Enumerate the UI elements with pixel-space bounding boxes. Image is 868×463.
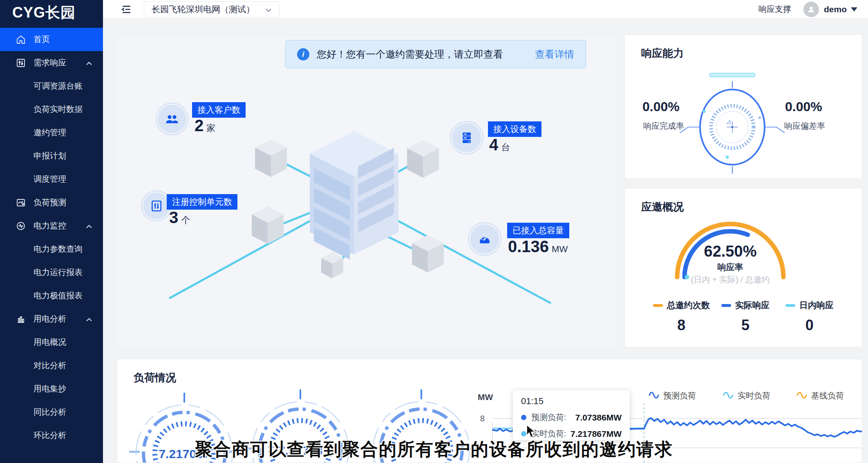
devices-icon: [452, 123, 481, 152]
legend-value: 0: [805, 317, 814, 334]
radar-gauge: [678, 71, 786, 180]
card-title: 负荷情况: [134, 371, 176, 385]
sidebar: CYG长园 首页 需求响应 可调资源台账 负荷实时数据 邀约管理 申报计划 调度…: [0, 0, 103, 463]
legend-realtime-label: 实时负荷: [738, 391, 770, 400]
sidebar-item-yoy-analysis[interactable]: 同比分析: [0, 400, 103, 424]
tooltip-value: 7.217867MW: [570, 429, 622, 439]
response-rate-formula: (日内 + 实际) / 总邀约: [691, 275, 770, 284]
collapse-menu-icon[interactable]: [121, 4, 132, 15]
sidebar-item-home[interactable]: 首页: [0, 28, 103, 51]
sliders-icon: [16, 58, 26, 68]
control-unit-icon: [143, 192, 170, 219]
dashboard-root: CYG长园 首页 需求响应 可调资源台账 负荷实时数据 邀约管理 申报计划 调度…: [0, 0, 868, 463]
response-rate-label: 响应率: [718, 262, 743, 272]
sidebar-item-power-parameter-query[interactable]: 电力参数查询: [0, 237, 103, 261]
entity-name: 长园飞轮深圳电网（测试）: [152, 4, 255, 15]
sidebar-item-label: 负荷预测: [34, 197, 66, 208]
sidebar-item-label: 申报计划: [34, 150, 66, 161]
response-support-link[interactable]: 响应支撑: [758, 4, 791, 15]
sidebar-item-adjustable-resources[interactable]: 可调资源台账: [0, 74, 103, 98]
completion-rate-value: 0.00%: [642, 99, 680, 114]
deviation-rate-value: 0.00%: [785, 99, 822, 114]
customers-icon: [158, 105, 186, 133]
sidebar-item-meter-reading[interactable]: 用电集抄: [0, 377, 103, 400]
forecast-chart-icon: [16, 197, 26, 208]
sidebar-item-label: 需求响应: [34, 57, 66, 68]
sidebar-item-label: 用电集抄: [34, 383, 66, 394]
chevron-up-icon: [86, 314, 92, 324]
bar-chart-icon: [16, 314, 26, 324]
stat-value: 2: [195, 116, 204, 134]
stat-label-chip: 注册控制单元数: [167, 194, 237, 210]
user-menu-caret-icon[interactable]: [851, 7, 857, 11]
sidebar-item-label: 首页: [34, 34, 50, 45]
sidebar-item-label: 调度管理: [34, 174, 66, 185]
invitation-overview-card: 应邀概况 62.50% 响应率 (日内 + 实际) / 总邀约 总邀约次数 8 …: [624, 188, 862, 347]
pulse-monitor-icon: [16, 221, 26, 231]
stat-value: 0.136: [508, 237, 549, 255]
legend-swatch-orange: [653, 304, 663, 307]
tooltip-label: 预测负荷:: [531, 412, 566, 423]
username[interactable]: demo: [824, 4, 847, 14]
sidebar-item-dispatch-management[interactable]: 调度管理: [0, 168, 103, 191]
video-subtitle: 聚合商可以查看到聚合的所有客户的设备所收到的邀约请求: [0, 438, 868, 461]
sidebar-item-power-extreme-report[interactable]: 电力极值报表: [0, 284, 103, 307]
user-avatar[interactable]: [803, 2, 819, 17]
completion-rate-label: 响应完成率: [643, 121, 684, 132]
sidebar-item-load-forecast[interactable]: 负荷预测: [0, 191, 103, 214]
legend-label: 日内响应: [799, 300, 834, 311]
sidebar-item-label: 电力运行报表: [34, 267, 83, 278]
invitation-gauge: 62.50% 响应率 (日内 + 实际) / 总邀约: [669, 214, 792, 284]
mouse-cursor: [526, 425, 537, 438]
legend-col-intraday: 日内响应 0: [777, 300, 841, 334]
sidebar-item-demand-response[interactable]: 需求响应: [0, 51, 103, 74]
sidebar-item-label: 可调资源台账: [34, 81, 83, 92]
sidebar-item-power-usage-overview[interactable]: 用电概况: [0, 331, 103, 354]
view-details-link[interactable]: 查看详情: [535, 48, 574, 61]
legend-col-total: 总邀约次数 8: [649, 300, 714, 334]
sidebar-item-power-monitoring[interactable]: 电力监控: [0, 214, 103, 237]
sidebar-item-label: 电力极值报表: [34, 290, 83, 301]
sidebar-item-power-operation-report[interactable]: 电力运行报表: [0, 261, 103, 284]
chart-y-tick: 8: [480, 414, 485, 423]
response-rate-value: 62.50%: [704, 243, 757, 260]
sidebar-item-label: 电力参数查询: [34, 244, 83, 255]
overview-panel: i 您好！您有一个邀约需要处理，请立即查看 查看详情: [117, 36, 615, 347]
stat-value: 4: [489, 136, 498, 154]
legend-label: 总邀约次数: [667, 300, 710, 311]
app-logo: CYG长园: [0, 0, 103, 25]
sidebar-item-label: 用电概况: [34, 337, 66, 348]
sidebar-item-power-analysis[interactable]: 用电分析: [0, 307, 103, 331]
tooltip-time: 01:15: [521, 396, 622, 407]
sidebar-item-label: 电力监控: [34, 220, 66, 231]
sidebar-item-comparison-analysis[interactable]: 对比分析: [0, 354, 103, 377]
tooltip-value: 7.07386MW: [575, 413, 622, 423]
invitation-legend: 总邀约次数 8 实际响应 5 日内响应 0: [649, 300, 841, 334]
sidebar-item-invitation-management[interactable]: 邀约管理: [0, 121, 103, 144]
sidebar-item-label: 对比分析: [34, 360, 66, 371]
chart-legend: 预测负荷 实时负荷 基线负荷: [649, 391, 844, 400]
sidebar-item-declaration-plan[interactable]: 申报计划: [0, 144, 103, 168]
home-icon: [16, 34, 26, 45]
info-icon: i: [297, 48, 309, 60]
card-title: 响应能力: [641, 46, 684, 60]
stat-label-chip: 已接入总容量: [507, 223, 569, 238]
sidebar-item-label: 邀约管理: [34, 127, 66, 138]
legend-value: 8: [677, 317, 685, 334]
chevron-down-icon: [265, 4, 272, 14]
legend-forecast-label: 预测负荷: [663, 391, 696, 400]
server-cabinet: [310, 131, 398, 259]
legend-baseline-label: 基线负荷: [811, 391, 844, 400]
card-title: 应邀概况: [641, 200, 684, 214]
legend-label: 实际响应: [735, 300, 770, 311]
entity-selector[interactable]: 长园飞轮深圳电网（测试）: [144, 1, 280, 18]
chevron-up-icon: [86, 221, 92, 230]
sidebar-item-realtime-load-data[interactable]: 负荷实时数据: [0, 98, 103, 121]
capacity-gauge-icon: [470, 224, 499, 254]
forecast-dot: [521, 415, 526, 420]
sidebar-item-label: 负荷实时数据: [34, 104, 83, 115]
legend-swatch-blue: [721, 304, 731, 307]
sidebar-menu: 首页 需求响应 可调资源台账 负荷实时数据 邀约管理 申报计划 调度管理 负荷预…: [0, 28, 103, 447]
stat-unit: 台: [501, 142, 510, 152]
legend-col-actual: 实际响应 5: [714, 300, 778, 334]
